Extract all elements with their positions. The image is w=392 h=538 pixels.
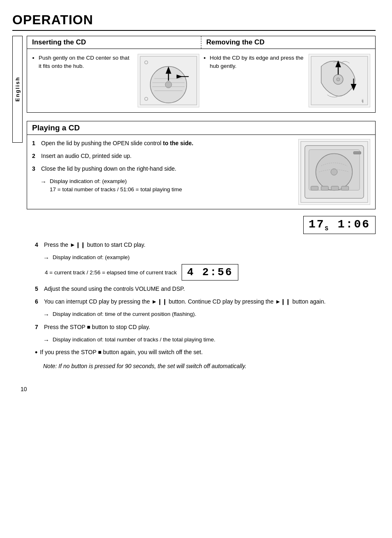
svg-rect-29 [341,186,349,190]
step-7-num: 7 [35,323,42,332]
svg-point-2 [165,81,172,88]
step-4-arrow-text1: Display indication of: (example) [53,253,130,263]
display-17-51: 17S 1:06 [303,216,376,234]
svg-rect-28 [331,186,339,190]
insert-cd-header: Inserting the CD [27,36,201,49]
page-title: OPERATION [12,12,376,31]
svg-rect-27 [321,186,328,190]
arrow-icon-6: → [43,310,49,320]
bullet-stop-text: If you press the STOP ■ button again, yo… [40,349,203,356]
insert-cd-text: Push gently on the CD center so that it … [39,54,134,70]
step-3-num: 3 [32,165,39,173]
note-text: Note: If no button is pressed for 90 sec… [43,363,359,369]
step-5-num: 5 [35,285,42,293]
playing-cd-header: Playing a CD [27,121,375,135]
step-6-text: You can interrupt CD play by pressing th… [44,298,325,305]
svg-point-15 [337,78,340,81]
svg-text:ij: ij [362,98,363,103]
remove-cd-text: Hold the CD by its edge and press the hu… [210,54,305,70]
step-2-num: 2 [32,152,39,160]
playing-cd-section: Playing a CD 1 Open the lid by pushing t… [27,121,376,209]
remove-cd-header: Removing the CD [201,36,375,49]
step-6-num: 6 [35,297,42,306]
svg-rect-26 [311,186,318,190]
step-5-text: Adjust the sound using the controls VOLU… [44,285,185,292]
step-4-num: 4 [35,241,42,249]
step-7-text: Press the STOP ■ button to stop CD play. [44,324,150,330]
arrow-icon-4a: → [43,253,49,263]
playing-cd-illustration [298,139,370,205]
sidebar-english-label: English [12,36,23,143]
step-4-arrow-text2: 4 = current track / 2:56 = elapsed time … [45,269,177,276]
page-number: 10 [12,386,376,392]
display-4-256: 4 2:56 [182,264,238,281]
step-6-arrow-text: Display indication of: time of the curre… [53,310,196,320]
step-2-text: Insert an audio CD, printed side up. [41,153,131,159]
bullet-dot: • [35,349,37,356]
step-7-arrow-text: Display indication of: total number of t… [53,336,215,345]
arrow-icon-7: → [43,336,49,345]
step-3-arrow-text: Display indication of: (example)17 = tot… [50,177,182,194]
remove-cd-illustration: ij [309,54,370,107]
step-4-text: Press the ►❙❙ button to start CD play. [44,241,145,248]
insert-remove-section: Inserting the CD Removing the CD Push ge… [27,36,376,113]
svg-rect-30 [353,152,361,154]
step-1-text: Open the lid by pushing the OPEN slide c… [41,140,193,146]
step-1-num: 1 [32,139,39,148]
insert-cd-illustration [138,54,199,107]
step-3-text: Close the lid by pushing down on the rig… [41,165,176,172]
arrow-icon-3: → [40,177,46,194]
